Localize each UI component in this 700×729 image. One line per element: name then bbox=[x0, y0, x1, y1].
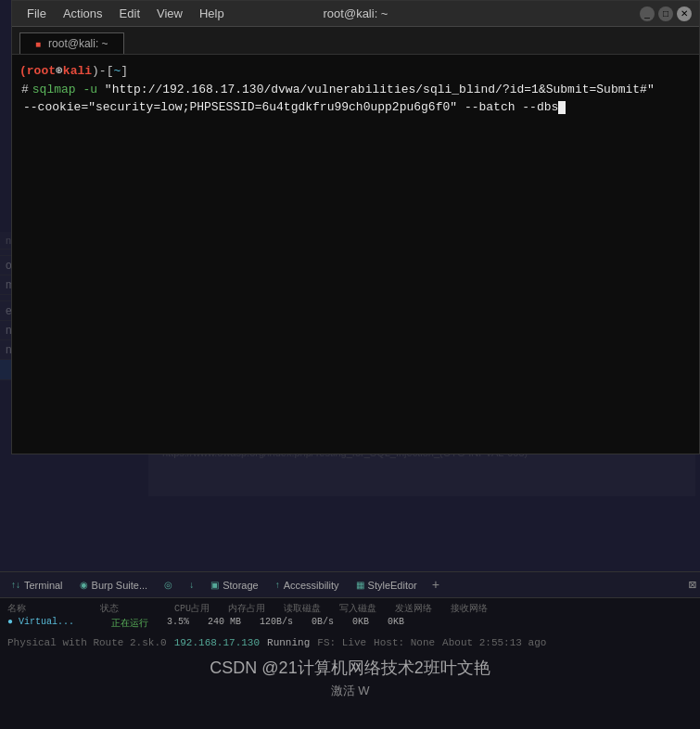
col-label-disk: 读取磁盘 bbox=[284, 602, 321, 615]
watermark-line1: CSDN @21计算机网络技术2班叶文艳 bbox=[0, 655, 700, 682]
vm-net-sent: 0KB bbox=[352, 617, 369, 630]
bottom-tab-styleeditor[interactable]: ▦ StyleEditor bbox=[349, 578, 425, 593]
col-label-name: 名称 bbox=[7, 602, 26, 615]
terminal-menu: File Actions Edit View Help bbox=[19, 5, 232, 22]
vm-disk-read: 120B/s bbox=[260, 617, 293, 630]
accessibility-tab-icon: ↑ bbox=[275, 580, 280, 590]
vm-disk-write: 0B/s bbox=[312, 617, 334, 630]
menu-edit[interactable]: Edit bbox=[112, 5, 147, 22]
command-sqlmap: sqlmap -u "http://192.168.17.130/dvwa/vu… bbox=[32, 81, 655, 99]
col-label-net: 写入磁盘 bbox=[339, 602, 376, 615]
terminal-body: (root⊛kali)-[~] # sqlmap -u "http://192.… bbox=[12, 55, 699, 454]
window-title: root@kali: ~ bbox=[324, 6, 388, 20]
terminal-tab-icon: ↑↓ bbox=[11, 580, 20, 590]
bottom-tab-accessibility[interactable]: ↑ Accessibility bbox=[268, 578, 347, 593]
bottom-tab-burpsuite-label: Burp Suite... bbox=[92, 580, 148, 591]
unknown2-tab-icon: ↓ bbox=[189, 580, 194, 590]
col-label-sent: 发送网络 bbox=[395, 602, 432, 615]
panel-close-button[interactable]: ⊠ bbox=[689, 577, 696, 593]
vm-name: ● Virtual... bbox=[7, 617, 74, 630]
session-label-physical: Physical with Route 2.sk.0 bbox=[7, 637, 167, 648]
prompt-user: (root bbox=[19, 62, 56, 81]
command-line-1: # sqlmap -u "http://192.168.17.130/dvwa/… bbox=[19, 81, 692, 99]
terminal-tab-bar: ■ root@kali: ~ bbox=[12, 27, 699, 55]
menu-view[interactable]: View bbox=[149, 5, 190, 22]
col-label-cpu: CPU占用 bbox=[174, 602, 210, 615]
maximize-button[interactable]: □ bbox=[658, 6, 673, 21]
bottom-tabs: ↑↓ Terminal ◉ Burp Suite... ◎ ↓ ▣ Storag… bbox=[0, 572, 700, 598]
close-button[interactable]: ✕ bbox=[677, 6, 692, 21]
bottom-tab-storage-label: Storage bbox=[223, 580, 259, 591]
bottom-tab-unknown[interactable]: ◎ bbox=[157, 578, 180, 592]
bottom-session-row: Physical with Route 2.sk.0 192.168.17.13… bbox=[7, 637, 693, 648]
session-ip: 192.168.17.130 bbox=[174, 637, 260, 648]
bottom-tab-accessibility-label: Accessibility bbox=[284, 580, 339, 591]
terminal-prompt-line: (root⊛kali)-[~] bbox=[19, 62, 692, 81]
col-label-mem: 内存占用 bbox=[228, 602, 265, 615]
vm-cpu: 3.5% bbox=[167, 617, 189, 630]
vm-status: 正在运行 bbox=[111, 617, 148, 630]
menu-actions[interactable]: Actions bbox=[56, 5, 110, 22]
tab-icon: ■ bbox=[35, 39, 41, 49]
unknown-tab-icon: ◎ bbox=[164, 580, 172, 590]
vm-net-recv: 0KB bbox=[388, 617, 404, 630]
bottom-data-header: 名称 状态 CPU占用 内存占用 读取磁盘 写入磁盘 发送网络 接收网络 bbox=[7, 602, 693, 615]
terminal-tab-1[interactable]: ■ root@kali: ~ bbox=[19, 32, 124, 54]
bottom-content: 名称 状态 CPU占用 内存占用 读取磁盘 写入磁盘 发送网络 接收网络 ● V… bbox=[0, 598, 700, 654]
burpsuite-tab-icon: ◉ bbox=[80, 580, 88, 590]
command-line-2: --cookie="security=low;PHPSESSID=6u4tgdk… bbox=[19, 98, 692, 117]
command-cookie: --cookie="security=low;PHPSESSID=6u4tgdk… bbox=[23, 98, 566, 117]
col-label-status: 状态 bbox=[100, 602, 119, 615]
bottom-tab-storage[interactable]: ▣ Storage bbox=[203, 578, 266, 593]
styleeditor-tab-icon: ▦ bbox=[356, 580, 364, 590]
terminal-titlebar: File Actions Edit View Help root@kali: ~… bbox=[12, 1, 699, 27]
prompt-hash: # bbox=[21, 81, 29, 99]
menu-file[interactable]: File bbox=[19, 5, 54, 22]
watermark: CSDN @21计算机网络技术2班叶文艳 激活 W bbox=[0, 655, 700, 701]
bottom-tab-unknown2[interactable]: ↓ bbox=[182, 578, 201, 592]
bottom-tab-terminal-label: Terminal bbox=[24, 580, 63, 591]
bottom-tab-terminal[interactable]: ↑↓ Terminal bbox=[4, 578, 70, 593]
session-status: Running bbox=[267, 637, 310, 648]
menu-help[interactable]: Help bbox=[192, 5, 232, 22]
session-fs: FS: Live bbox=[317, 637, 366, 648]
bottom-panel: ↑↓ Terminal ◉ Burp Suite... ◎ ↓ ▣ Storag… bbox=[0, 571, 700, 729]
bottom-data-row-1: ● Virtual... 正在运行 3.5% 240 MB 120B/s 0B/… bbox=[7, 617, 693, 630]
bottom-tab-styleeditor-label: StyleEditor bbox=[368, 580, 417, 591]
window-controls: _ □ ✕ bbox=[640, 6, 692, 21]
session-time: About 2:55:13 ago bbox=[442, 637, 546, 648]
col-label-recv: 接收网络 bbox=[451, 602, 488, 615]
session-host: Host: None bbox=[374, 637, 435, 648]
storage-tab-icon: ▣ bbox=[210, 580, 219, 590]
bottom-tab-burpsuite[interactable]: ◉ Burp Suite... bbox=[72, 578, 156, 593]
vm-mem: 240 MB bbox=[208, 617, 241, 630]
add-tab-button[interactable]: + bbox=[426, 576, 445, 595]
minimize-button[interactable]: _ bbox=[640, 6, 655, 21]
watermark-line2: 激活 W bbox=[0, 682, 700, 701]
terminal-window: File Actions Edit View Help root@kali: ~… bbox=[11, 0, 700, 454]
terminal-cursor bbox=[558, 101, 566, 114]
tab-label: root@kali: ~ bbox=[48, 37, 108, 50]
